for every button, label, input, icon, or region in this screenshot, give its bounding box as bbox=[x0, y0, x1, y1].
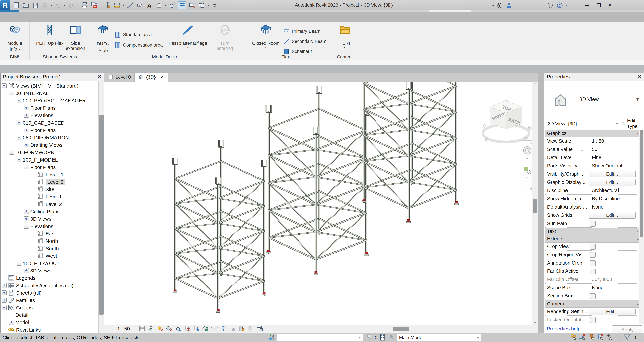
zoom-region-icon[interactable] bbox=[523, 166, 532, 175]
type-selector[interactable]: 3D View ▼ bbox=[546, 83, 642, 118]
sun-path-icon[interactable] bbox=[157, 325, 164, 332]
tag-icon[interactable]: 1 bbox=[136, 2, 144, 9]
reveal-hidden-icon[interactable] bbox=[220, 325, 227, 332]
aligned-dimension-icon-caret[interactable]: ▾ bbox=[123, 2, 124, 9]
tree-item-100-f-model[interactable]: −100_F_MODEL bbox=[0, 156, 98, 163]
switch-windows-icon[interactable] bbox=[198, 2, 205, 9]
tree-item-level-0[interactable]: Level 0 bbox=[0, 178, 98, 186]
locked-3d-view-icon[interactable] bbox=[202, 325, 209, 332]
collapse-icon[interactable]: − bbox=[16, 261, 21, 266]
collapse-icon[interactable]: − bbox=[16, 157, 21, 162]
temporary-hide-isolate-icon[interactable] bbox=[211, 325, 218, 332]
tree-item-revit-links[interactable]: Revit Links bbox=[0, 326, 98, 332]
select-links-icon[interactable] bbox=[570, 333, 578, 342]
tree-item-10-formwork[interactable]: −10_FORMWORK bbox=[0, 148, 98, 156]
measure-icon[interactable] bbox=[104, 2, 111, 9]
section-header-text[interactable]: Text▴ bbox=[545, 228, 640, 235]
tree-item-families[interactable]: +Families bbox=[0, 296, 98, 304]
checkbox[interactable] bbox=[590, 260, 596, 266]
tree-item-site[interactable]: Site bbox=[0, 186, 98, 193]
property-value[interactable]: 50 bbox=[590, 145, 636, 153]
design-option-chevron-icon[interactable]: ∨ bbox=[477, 334, 479, 341]
view-tab-3d[interactable]: {3D} ✕ bbox=[134, 73, 168, 82]
constraints-icon[interactable] bbox=[247, 325, 254, 332]
checkbox[interactable] bbox=[590, 252, 596, 258]
tree-item-ceiling-plans[interactable]: +Ceiling Plans bbox=[0, 208, 98, 215]
tree-item-level-1[interactable]: Level -1 bbox=[0, 171, 98, 178]
expand-icon[interactable]: + bbox=[2, 283, 6, 288]
select-underlay-icon[interactable] bbox=[579, 333, 586, 342]
expand-icon[interactable]: + bbox=[24, 142, 29, 147]
instance-selector-chevron-icon[interactable]: ∨ bbox=[616, 120, 618, 127]
expand-icon[interactable]: + bbox=[24, 106, 29, 110]
collapse-search-icon[interactable]: ◂ bbox=[492, 2, 494, 9]
user-account-icon[interactable] bbox=[505, 2, 513, 9]
primary-beam-button[interactable]: Primary Beam bbox=[283, 28, 320, 35]
compensation-area-button[interactable]: Compensation area bbox=[114, 41, 163, 49]
view-cube[interactable]: SWENTOPRIGHTBACK bbox=[482, 98, 532, 145]
properties-close-icon[interactable]: ✕ bbox=[637, 74, 642, 80]
checkbox[interactable] bbox=[590, 269, 596, 274]
restore-button[interactable]: ❐ bbox=[594, 2, 603, 8]
tree-item-floor-plans[interactable]: +Floor Plans bbox=[0, 126, 98, 134]
zoom-caret-icon[interactable]: ▾ bbox=[526, 176, 528, 180]
tree-item-west[interactable]: West bbox=[0, 252, 98, 259]
render-dialog-icon[interactable] bbox=[175, 325, 182, 332]
standard-area-button[interactable]: Standard area bbox=[114, 31, 152, 38]
expand-icon[interactable]: + bbox=[2, 290, 6, 295]
edit-button[interactable]: Edit... bbox=[589, 171, 636, 178]
view-tab-close-icon[interactable]: ✕ bbox=[160, 74, 164, 80]
section-header-graphics[interactable]: Graphics▴ bbox=[545, 130, 640, 137]
property-value[interactable]: None bbox=[590, 283, 636, 292]
module-info-button[interactable]: Module Info ▾ bbox=[1, 23, 28, 53]
tree-item-schedules-quantities-all-[interactable]: +Schedules/Quantities (all) bbox=[0, 282, 98, 289]
tree-item-080-information[interactable]: −080_INFORMATION bbox=[0, 134, 98, 141]
redo-icon-caret[interactable]: ▾ bbox=[77, 2, 79, 9]
tree-item-floor-plans[interactable]: −Floor Plans bbox=[0, 163, 98, 171]
tree-item-3d-views[interactable]: +3D Views bbox=[0, 215, 98, 223]
crop-region-icon[interactable] bbox=[193, 325, 200, 332]
project-browser-scrollbar[interactable] bbox=[98, 81, 104, 332]
steering-wheel-icon[interactable] bbox=[522, 146, 532, 155]
expand-icon[interactable]: + bbox=[9, 320, 14, 325]
section-collapse-icon[interactable]: ▴ bbox=[637, 130, 639, 137]
checkbox[interactable] bbox=[590, 244, 596, 250]
reset-temporary-icon[interactable] bbox=[614, 333, 622, 342]
model-line-icon[interactable] bbox=[127, 2, 134, 9]
view-scale-control[interactable]: 1 : 50 bbox=[117, 326, 130, 331]
undo-icon-caret[interactable]: ▾ bbox=[64, 2, 66, 9]
expand-icon[interactable]: + bbox=[24, 217, 29, 221]
side-extension-button[interactable]: Side extension bbox=[63, 23, 88, 51]
expand-icon[interactable]: + bbox=[24, 128, 29, 132]
editing-requests-icon[interactable] bbox=[366, 333, 373, 342]
tree-item-detail[interactable]: Detail bbox=[0, 311, 98, 319]
collapse-icon[interactable]: − bbox=[16, 98, 21, 103]
app-store-cart-icon[interactable] bbox=[547, 2, 554, 9]
workset-dropdown[interactable]: ∨ bbox=[277, 334, 363, 341]
switch-windows-icon-caret[interactable]: ▾ bbox=[208, 2, 209, 9]
collapse-icon[interactable]: − bbox=[16, 120, 21, 125]
property-value[interactable]: Show Original bbox=[590, 162, 636, 170]
tree-item-level-1[interactable]: Level 1 bbox=[0, 193, 98, 200]
default-3d-view-icon[interactable] bbox=[155, 2, 163, 9]
sync-icon[interactable] bbox=[41, 2, 48, 9]
closed-room-button[interactable]: Closed Room ▾ bbox=[248, 23, 284, 49]
print-icon[interactable] bbox=[81, 2, 88, 9]
revit-logo-icon[interactable]: R bbox=[0, 0, 10, 10]
analytical-model-icon[interactable] bbox=[238, 325, 245, 332]
property-value[interactable]: None bbox=[590, 203, 636, 211]
drawing-area[interactable]: SWENTOPRIGHTBACK ✕ ▾ ▾ ⊖ ▲ ▼ bbox=[104, 82, 538, 325]
customize-qat-icon[interactable] bbox=[211, 2, 218, 9]
collapse-icon[interactable]: − bbox=[2, 305, 6, 310]
open-icon[interactable] bbox=[22, 2, 29, 9]
properties-dialog-icon[interactable] bbox=[12, 2, 20, 9]
redo-icon[interactable] bbox=[68, 2, 75, 9]
collapse-icon[interactable]: − bbox=[9, 91, 14, 95]
property-value[interactable]: 304,8000 bbox=[590, 275, 636, 283]
expand-icon[interactable]: + bbox=[24, 113, 29, 118]
scroll-up-icon[interactable]: ▲ bbox=[534, 82, 536, 85]
aligned-dimension-icon[interactable] bbox=[114, 2, 121, 9]
edit-button[interactable]: Edit... bbox=[589, 308, 636, 315]
thin-lines-icon[interactable] bbox=[178, 1, 186, 9]
property-value[interactable]: 1 : 50 bbox=[590, 137, 636, 145]
